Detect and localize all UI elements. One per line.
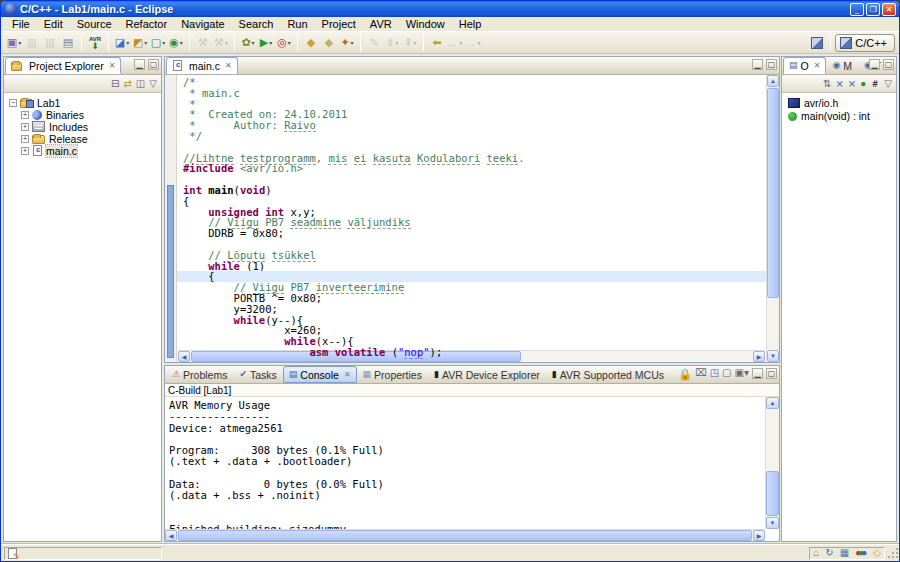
minimize-view-icon[interactable]: ▁ xyxy=(869,59,880,70)
home-icon[interactable]: ⌂ xyxy=(813,548,819,558)
tab-main-c[interactable]: main.c ✕ xyxy=(166,57,238,74)
tab-properties[interactable]: ▦ Properties xyxy=(357,366,428,383)
hide-non-public-icon[interactable]: ● xyxy=(860,79,866,89)
debug-button[interactable]: ✿▾ xyxy=(239,34,257,52)
expand-icon[interactable]: + xyxy=(21,147,29,155)
scroll-left-icon[interactable]: ◀ xyxy=(165,530,177,541)
close-icon[interactable]: ✕ xyxy=(225,61,232,70)
maximize-view-icon[interactable]: ▢ xyxy=(883,59,894,70)
previous-annotation-button[interactable]: ⇞▾ xyxy=(401,34,419,52)
sort-icon[interactable]: ⇅ xyxy=(823,79,831,89)
new-c-file-button[interactable]: ▢▾ xyxy=(149,34,167,52)
console-horizontal-scrollbar[interactable]: ◀ ▶ xyxy=(165,529,765,541)
link-with-editor-icon[interactable]: ⇄ xyxy=(123,79,131,89)
console-vertical-scrollbar[interactable]: ▲ ▼ xyxy=(765,397,779,529)
menu-avr[interactable]: AVR xyxy=(363,18,399,30)
menu-source[interactable]: Source xyxy=(70,18,119,30)
focus-icon[interactable]: ◫ xyxy=(136,79,145,89)
next-annotation-button[interactable]: ⇟▾ xyxy=(383,34,401,52)
clean-button[interactable]: ⚒▾ xyxy=(212,34,230,52)
image-icon[interactable]: ▦ xyxy=(840,548,849,558)
maximize-view-icon[interactable]: ▢ xyxy=(148,59,159,70)
close-icon[interactable]: ✕ xyxy=(109,61,116,70)
view-menu-icon[interactable]: ▽ xyxy=(149,79,157,89)
scroll-lock-icon[interactable]: 🔒 xyxy=(678,368,692,381)
scroll-up-icon[interactable]: ▲ xyxy=(767,75,779,87)
editor-left-ruler[interactable] xyxy=(165,75,177,362)
tab-make-targets[interactable]: ◉ M xyxy=(826,57,858,74)
menu-refactor[interactable]: Refactor xyxy=(119,18,175,30)
back-history-button[interactable]: ←▾ xyxy=(446,34,464,52)
close-button[interactable]: ✕ xyxy=(882,3,896,16)
print-button[interactable]: ▤ xyxy=(59,34,77,52)
open-type-button[interactable]: ◆ xyxy=(302,34,320,52)
back-button[interactable]: ⬅ xyxy=(428,34,446,52)
tree-item-project[interactable]: − Lab1 xyxy=(6,97,159,108)
new-c-project-button[interactable]: ◪▾ xyxy=(113,34,131,52)
tab-project-explorer[interactable]: Project Explorer ✕ xyxy=(5,57,121,74)
forward-history-button[interactable]: →▾ xyxy=(464,34,482,52)
new-wizard-button[interactable]: ▣▾ xyxy=(5,34,23,52)
menu-file[interactable]: File xyxy=(5,18,37,30)
open-console-icon[interactable]: ▣▾ xyxy=(735,368,749,381)
diamond-icon[interactable]: ◇ xyxy=(873,548,881,558)
save-all-button[interactable]: ▥ xyxy=(41,34,59,52)
close-icon[interactable]: ✕ xyxy=(344,370,351,379)
tab-tasks[interactable]: ✔ Tasks xyxy=(233,366,282,383)
maximize-editor-icon[interactable]: ▢ xyxy=(766,59,777,70)
avr-upload-button[interactable]: AVR⬇ xyxy=(86,34,104,52)
pin-console-icon[interactable]: ◳ xyxy=(710,368,719,381)
tab-problems[interactable]: ⚠ Problems xyxy=(166,366,233,383)
menu-navigate[interactable]: Navigate xyxy=(174,18,231,30)
scroll-down-icon[interactable]: ▼ xyxy=(767,350,779,362)
editor-vertical-scrollbar[interactable]: ▲ ▼ xyxy=(766,75,779,362)
scroll-up-icon[interactable]: ▲ xyxy=(766,397,779,409)
search-button[interactable]: ✦▾ xyxy=(338,34,356,52)
code-area[interactable]: /* * main.c * * Created on: 24.10.2011 *… xyxy=(177,75,766,362)
perspective-cpp-button[interactable]: C/C++ xyxy=(835,34,895,52)
expand-icon[interactable]: + xyxy=(21,123,29,131)
tree-item-release[interactable]: + Release xyxy=(6,133,159,144)
menu-search[interactable]: Search xyxy=(232,18,281,30)
colors-icon[interactable]: ●●● xyxy=(855,548,867,558)
scrollbar-thumb[interactable] xyxy=(767,88,779,298)
expand-icon[interactable]: + xyxy=(21,135,29,143)
open-perspective-button[interactable] xyxy=(808,34,826,52)
build-button[interactable]: ⚒ xyxy=(194,34,212,52)
tab-console[interactable]: ▤ Console✕ xyxy=(283,366,357,383)
menu-project[interactable]: Project xyxy=(315,18,363,30)
tree-item-includes[interactable]: + Includes xyxy=(6,121,159,132)
close-icon[interactable]: ✕ xyxy=(814,61,821,70)
save-button[interactable]: ▥ xyxy=(23,34,41,52)
collapse-all-icon[interactable]: ⊟ xyxy=(111,79,119,89)
scrollbar-thumb[interactable] xyxy=(766,471,779,516)
scroll-down-icon[interactable]: ▼ xyxy=(766,517,779,529)
expand-icon[interactable]: + xyxy=(21,111,29,119)
minimize-button[interactable]: _ xyxy=(850,3,864,16)
maximize-view-icon[interactable]: ▢ xyxy=(766,368,777,379)
clear-console-icon[interactable]: ⌧ xyxy=(695,368,707,381)
tab-avr-device-explorer[interactable]: ▮ AVR Device Explorer xyxy=(428,366,546,383)
menu-run[interactable]: Run xyxy=(280,18,314,30)
tree-item-binaries[interactable]: + Binaries xyxy=(6,109,159,120)
view-menu-icon[interactable]: ▽ xyxy=(884,79,892,89)
outline-item[interactable]: avr/io.h xyxy=(788,97,896,109)
hide-static-icon[interactable]: ⨯ xyxy=(848,79,856,89)
last-edit-location-button[interactable]: ✎ xyxy=(365,34,383,52)
profile-button[interactable]: ◎▾ xyxy=(275,34,293,52)
scroll-right-icon[interactable]: ▶ xyxy=(753,530,765,541)
open-resource-button[interactable]: ◆ xyxy=(320,34,338,52)
tree-item-main-c[interactable]: + main.c xyxy=(6,145,159,156)
tab-outline[interactable]: ▤ O✕ xyxy=(783,57,826,74)
minimize-view-icon[interactable]: ▁ xyxy=(134,59,145,70)
minimize-view-icon[interactable]: ▁ xyxy=(752,368,763,379)
resize-grip[interactable] xyxy=(886,548,898,560)
hide-inactive-icon[interactable]: ＃ xyxy=(870,79,880,89)
run-button[interactable]: ▶▾ xyxy=(257,34,275,52)
menu-edit[interactable]: Edit xyxy=(37,18,70,30)
outline-item[interactable]: main(void) : int xyxy=(788,110,896,122)
collapse-icon[interactable]: − xyxy=(9,99,17,107)
manage-configs-button[interactable]: ◉▾ xyxy=(167,34,185,52)
sync-icon[interactable]: ↻ xyxy=(825,548,833,558)
console-output[interactable]: AVR Memory Usage----------------Device: … xyxy=(165,397,765,529)
